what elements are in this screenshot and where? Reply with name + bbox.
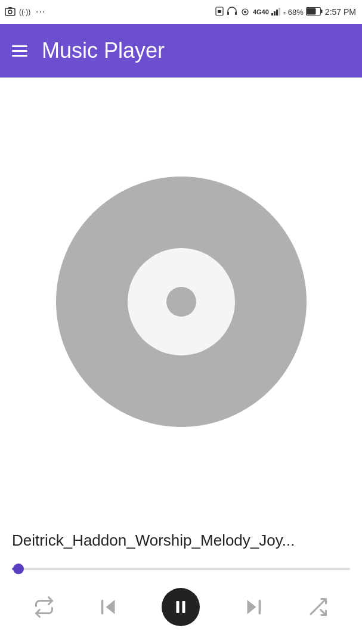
4g-badge: 4G40 [253,8,269,16]
battery-icon [306,7,323,17]
main-content: Deitrick_Haddon_Worship_Melody_Joy... [0,78,362,644]
album-art-container [0,89,362,513]
sim-icon [215,7,224,18]
album-center [166,287,196,317]
status-time: 2:57 PM [325,7,356,17]
status-left: ((·)) ··· [5,7,45,18]
cast-icon [240,7,250,18]
status-right: 4G40 ₂ 68% 2:57 PM [215,7,356,18]
playback-controls [0,582,362,644]
headphones-icon [227,7,237,18]
more-icon: ··· [36,7,45,17]
album-art [56,177,307,427]
repeat-button[interactable] [33,596,55,618]
menu-button[interactable] [12,45,27,57]
svg-text:((·)): ((·)) [19,8,30,16]
svg-marker-21 [247,600,256,614]
progress-thumb[interactable] [13,564,24,574]
svg-rect-10 [271,13,273,16]
signal-bars [271,7,281,17]
svg-marker-17 [106,600,115,614]
progress-container[interactable] [0,562,362,570]
app-bar: Music Player [0,24,362,78]
svg-rect-12 [276,10,278,16]
svg-rect-7 [235,12,237,15]
song-title: Deitrick_Haddon_Worship_Melody_Joy... [12,531,350,550]
svg-rect-20 [182,601,185,613]
next-button[interactable] [243,596,264,618]
svg-rect-2 [8,7,12,9]
svg-rect-16 [307,8,315,14]
shuffle-button[interactable] [307,596,329,618]
song-section: Deitrick_Haddon_Worship_Melody_Joy... [0,513,362,562]
svg-rect-6 [227,12,229,15]
hamburger-line-3 [12,55,27,57]
hamburger-line-2 [12,50,27,52]
previous-button[interactable] [98,596,119,618]
pause-button[interactable] [162,588,200,626]
svg-rect-19 [177,601,180,613]
status-bar: ((·)) ··· 4G40 [0,0,362,24]
svg-point-1 [8,10,12,14]
svg-rect-11 [274,11,276,16]
svg-rect-5 [218,10,221,13]
svg-rect-0 [5,8,15,16]
signal-bars-2: ₂ [283,8,286,16]
album-inner [128,248,235,355]
app-title: Music Player [42,38,165,63]
signal-icon: ((·)) [19,7,32,18]
svg-rect-15 [321,10,323,13]
svg-rect-13 [279,8,280,16]
progress-track[interactable] [12,568,350,570]
photo-icon [5,7,16,18]
hamburger-line-1 [12,45,27,47]
battery-percent: 68% [288,8,304,17]
